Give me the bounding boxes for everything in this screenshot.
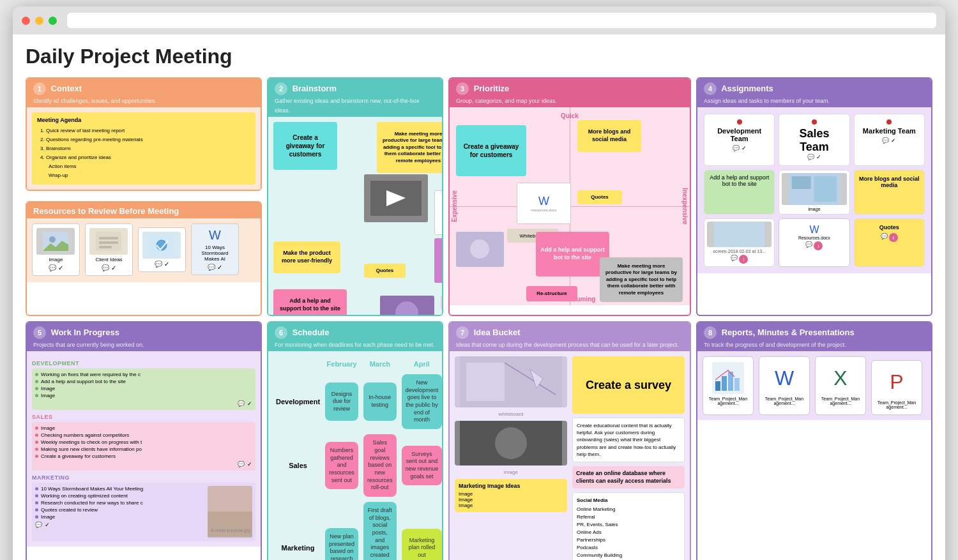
prio-note-1[interactable]: Create a giveaway for customers xyxy=(456,125,526,176)
marketing-image-ideas-note[interactable]: Marketing Image Ideas Image Image Image xyxy=(455,479,567,512)
social-media-list: Social Media Online Marketing Referral P… xyxy=(572,492,685,560)
schedule-cell-dev-mar: In-house testing xyxy=(363,382,397,421)
section-prioritize-header: 3 Prioritize Group, categorize, and map … xyxy=(450,79,690,107)
resource-label-4: 10 Ways Stormboard Makes AI xyxy=(195,245,234,262)
schedule-mkt-mar[interactable]: First draft of blogs, social posts, and … xyxy=(361,499,399,560)
section-resources: Resources to Review Before Meeting image… xyxy=(26,201,262,317)
resource-card-3[interactable]: 💬✓ xyxy=(138,227,186,272)
tack-dev xyxy=(737,119,742,125)
resource-card-4[interactable]: W 10 Ways Stormboard Makes AI 💬✓ xyxy=(191,223,239,275)
create-survey-note[interactable]: Create a survey xyxy=(572,356,685,414)
schedule-dev-feb[interactable]: Designs due for review xyxy=(323,372,361,432)
close-button[interactable] xyxy=(22,17,30,25)
section-number-2: 2 xyxy=(275,82,287,95)
report-icon-4: P xyxy=(881,366,913,398)
svg-rect-32 xyxy=(722,376,727,391)
svg-point-16 xyxy=(470,239,489,259)
brainstorm-note-3[interactable]: Make the product more user-friendly xyxy=(273,241,340,273)
section-number-7: 7 xyxy=(456,326,469,339)
prio-word-doc[interactable]: W resources.docx xyxy=(517,183,571,224)
section-number-8: 8 xyxy=(704,326,717,339)
section-number-3: 3 xyxy=(456,82,469,95)
schedule-sales-feb[interactable]: Numbers gathered and resources sent out xyxy=(323,432,361,499)
svg-rect-4 xyxy=(99,241,118,244)
section-wip: 5 Work In Progress Projects that are cur… xyxy=(26,321,262,560)
resource-label-1: image xyxy=(36,257,75,262)
wip-mkt-image: A noble purpose.jpg xyxy=(208,486,252,538)
bottom-row: 5 Work In Progress Projects that are cur… xyxy=(26,321,932,560)
wip-sales-item-2: Checking numbers against competitors xyxy=(35,432,252,438)
report-card-4[interactable]: P Team_Project_Management... xyxy=(871,360,922,415)
section-prioritize-body: Quick Time Consuming Expensive Inexpensi… xyxy=(450,107,690,305)
context-note: Meeting Agenda Quick review of last meet… xyxy=(32,112,255,185)
wip-sales-item-1: Image xyxy=(35,425,252,431)
assign-card-sales-1[interactable]: image xyxy=(779,170,849,215)
prio-quotes[interactable]: Quotes xyxy=(577,190,622,204)
svg-rect-25 xyxy=(466,363,505,401)
report-icon-3: X xyxy=(825,362,856,394)
schedule-mkt-feb[interactable]: New plan presented based on research xyxy=(323,499,361,560)
resource-label-2: Client Ideas xyxy=(89,257,128,262)
report-card-1[interactable]: Team_Project_Management... xyxy=(703,356,754,415)
section-context-header: 1 Context Identify all challenges, issue… xyxy=(27,79,261,107)
maximize-button[interactable] xyxy=(49,17,57,25)
resource-image-2 xyxy=(89,228,128,255)
section-assignments-body: Development Team 💬✓ Sales Team 💬✓ xyxy=(697,107,931,273)
prio-note-4[interactable]: Make meeting more productive for large t… xyxy=(600,257,683,302)
resource-card-1[interactable]: image 💬✓ xyxy=(32,223,80,276)
report-card-3[interactable]: X Team_Project_Management... xyxy=(815,356,866,415)
educational-content-note[interactable]: Create educational content that is actua… xyxy=(572,418,685,462)
address-bar[interactable] xyxy=(67,13,936,28)
col1: 1 Context Identify all challenges, issue… xyxy=(26,77,262,316)
prio-note-2[interactable]: More blogs and social media xyxy=(577,120,641,152)
schedule-sales-apr[interactable]: Surveys sent out and new revenue goals s… xyxy=(399,432,443,499)
prio-restructure[interactable]: Re-structure xyxy=(526,286,577,301)
assign-card-dev-2[interactable]: screen-2018-02-02 at 13... 💬i xyxy=(704,218,775,267)
resource-card-2[interactable]: Client Ideas 💬✓ xyxy=(85,223,133,276)
brainstorm-img-2 xyxy=(380,296,434,315)
assign-card-sales-2[interactable]: W Resources.docx 💬i xyxy=(779,218,849,267)
brainstorm-note-1[interactable]: Create a giveaway for customers xyxy=(273,122,337,170)
report-icon-2: W xyxy=(768,362,800,394)
resources-grid: image 💬✓ Client Ideas xyxy=(32,223,255,276)
prio-note-3[interactable]: Add a help and support bot to the site xyxy=(536,232,609,276)
brainstorm-img-1 xyxy=(434,238,442,283)
section-number-1: 1 xyxy=(33,82,46,95)
wip-mkt-item-2: Working on creating optimized content xyxy=(35,493,204,499)
assign-card-mkt-2[interactable]: Quotes 💬i xyxy=(854,218,925,267)
wip-sales-item-4: Making sure new clients have information… xyxy=(35,446,252,452)
schedule-sales-mar[interactable]: Sales goal reviews based on new resource… xyxy=(361,432,399,499)
section-context: 1 Context Identify all challenges, issue… xyxy=(26,77,262,191)
brainstorm-note-quotes[interactable]: Quotes xyxy=(364,264,406,278)
whiteboard-label: whiteboard xyxy=(455,411,567,417)
section-assignments: 4 Assignments Assign ideas and tasks to … xyxy=(696,77,932,316)
assignment-mkt-team: Marketing Team 💬✓ xyxy=(854,114,925,166)
resource-image-3 xyxy=(142,232,181,259)
section-prioritize: 3 Prioritize Group, categorize, and map … xyxy=(448,77,691,316)
schedule-mkt-label: Marketing xyxy=(273,499,323,560)
brainstorm-word-doc[interactable]: W Resources.docx xyxy=(434,190,442,235)
wip-dev-label: DEVELOPMENT xyxy=(32,360,255,367)
schedule-sales-label: Sales xyxy=(273,432,323,499)
section-number-4: 4 xyxy=(704,82,717,95)
assign-card-dev-1[interactable]: Add a help and support bot to the site xyxy=(704,170,775,215)
section-reports-header: 8 Reports, Minutes & Presentations To tr… xyxy=(697,322,931,351)
report-name-1: Team_Project_Management... xyxy=(708,397,748,405)
minimize-button[interactable] xyxy=(35,17,43,25)
brainstorm-note-4[interactable]: Add a help and support bot to the site xyxy=(273,289,347,315)
svg-rect-20 xyxy=(714,222,765,247)
resource-image-1 xyxy=(36,228,75,255)
schedule-mkt-apr[interactable]: Marketing plan rolled out xyxy=(399,499,443,560)
report-name-4: Team_Project_Management... xyxy=(877,400,916,409)
schedule-dev-mar[interactable]: In-house testing xyxy=(361,372,399,432)
idea-bucket-left: whiteboard image Marketing Image Ideas I… xyxy=(455,356,567,560)
wip-sales-block: Image Checking numbers against competito… xyxy=(32,422,255,471)
report-card-2[interactable]: W Team_Project_Management... xyxy=(759,356,810,415)
create-database-note[interactable]: Create an online database where clients … xyxy=(572,466,685,488)
page-content: Daily Project Meeting 1 Context Identify… xyxy=(13,34,945,560)
report-icon-1 xyxy=(712,362,744,394)
brainstorm-note-2[interactable]: Make meeting more productive for large t… xyxy=(377,122,442,173)
schedule-dev-apr[interactable]: New development goes live to the public … xyxy=(399,372,443,432)
assign-card-mkt-1[interactable]: More blogs and social media xyxy=(854,170,925,215)
section-context-body: Meeting Agenda Quick review of last meet… xyxy=(27,107,261,190)
